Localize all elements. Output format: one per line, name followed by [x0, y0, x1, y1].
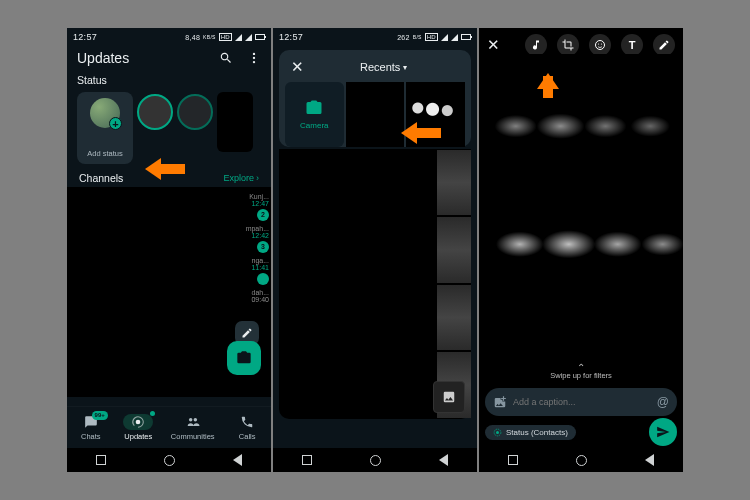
chevron-down-icon: ▾ [403, 63, 407, 72]
camera-icon [236, 350, 252, 366]
my-avatar: + [90, 98, 120, 128]
explore-link[interactable]: Explore› [223, 172, 259, 184]
audience-pill[interactable]: Status (Contacts) [485, 425, 576, 440]
signal-icon-2 [451, 34, 458, 41]
add-status-label: Add status [87, 149, 122, 158]
nav-back[interactable] [439, 454, 448, 466]
clock: 12:57 [279, 32, 303, 42]
android-nav [273, 448, 477, 472]
bottom-tabs: 99+ Chats Updates Communities Calls [67, 406, 271, 448]
close-button[interactable]: ✕ [291, 58, 304, 76]
signal-icon-2 [245, 34, 252, 41]
net-speed: 8,48 [185, 34, 200, 41]
nav-home[interactable] [164, 455, 175, 466]
media-tile[interactable] [437, 150, 471, 216]
mention-icon[interactable]: @ [657, 395, 669, 409]
search-icon[interactable] [219, 51, 233, 65]
pencil-icon [658, 39, 670, 51]
annotation-arrow [145, 158, 185, 180]
clock: 12:57 [73, 32, 97, 42]
camera-tile[interactable]: Camera [285, 82, 344, 147]
channels-heading: Channels [79, 172, 123, 184]
recents-dropdown[interactable]: Recents▾ [360, 61, 407, 73]
channel-item[interactable]: Kunj...12:472 [227, 193, 271, 221]
nav-recents[interactable] [96, 455, 106, 465]
badge: 99+ [92, 411, 108, 420]
image-icon [442, 390, 456, 404]
sticker-button[interactable] [589, 34, 611, 56]
text-button[interactable]: T [621, 34, 643, 56]
camera-fab[interactable] [227, 341, 261, 375]
chevron-right-icon: › [256, 173, 259, 183]
tab-communities[interactable]: Communities [171, 414, 215, 441]
phone-icon [240, 415, 254, 429]
nav-home[interactable] [576, 455, 587, 466]
status-icon [493, 428, 502, 437]
draw-button[interactable] [653, 34, 675, 56]
pencil-icon [241, 327, 253, 339]
signal-icon [235, 34, 242, 41]
screen-updates: 12:57 8,48 KB/S HD Updates Status + [67, 28, 271, 472]
signal-icon [441, 34, 448, 41]
android-nav [67, 448, 271, 472]
crop-rotate-button[interactable] [557, 34, 579, 56]
tab-updates[interactable]: Updates [123, 414, 153, 441]
svg-point-8 [601, 43, 602, 44]
svg-point-2 [253, 61, 255, 63]
nav-recents[interactable] [302, 455, 312, 465]
status-bar: 12:57 8,48 KB/S HD [67, 28, 271, 46]
nav-back[interactable] [233, 454, 242, 466]
camera-label: Camera [300, 121, 328, 130]
nav-back[interactable] [645, 454, 654, 466]
svg-point-0 [253, 53, 255, 55]
communities-icon [186, 415, 200, 429]
caption-row: @ [485, 388, 677, 416]
badge-dot [257, 273, 269, 285]
gallery-preview-button[interactable] [433, 381, 465, 413]
send-button[interactable] [649, 418, 677, 446]
nav-home[interactable] [370, 455, 381, 466]
svg-point-3 [136, 420, 141, 425]
volte-icon: HD [219, 33, 232, 41]
status-ring[interactable] [177, 94, 213, 130]
close-button[interactable]: ✕ [487, 36, 500, 54]
swipe-hint: Swipe up for filters [479, 362, 683, 380]
tab-calls[interactable]: Calls [232, 414, 262, 441]
channel-item[interactable]: mpah...12:423 [227, 225, 271, 253]
more-icon[interactable] [247, 51, 261, 65]
add-status-card[interactable]: + Add status [77, 92, 133, 164]
status-thumb[interactable] [217, 92, 253, 152]
media-tile[interactable] [437, 285, 471, 351]
svg-point-7 [598, 43, 599, 44]
annotation-arrow [401, 122, 441, 144]
status-section-heading: Status [67, 72, 271, 90]
add-media-icon[interactable] [493, 395, 507, 409]
svg-point-9 [496, 431, 499, 434]
send-icon [656, 425, 670, 439]
camera-icon [305, 99, 323, 117]
caption-input[interactable] [513, 397, 651, 407]
svg-point-6 [596, 41, 605, 50]
volte-icon: HD [425, 33, 438, 41]
battery-icon [255, 34, 265, 40]
image-preview[interactable] [479, 54, 683, 382]
media-grid-body [279, 149, 471, 419]
svg-point-4 [189, 418, 193, 422]
channel-item[interactable]: nga...11:41 [227, 257, 271, 285]
emoji-icon [594, 39, 606, 51]
media-tile[interactable] [437, 217, 471, 283]
music-button[interactable] [525, 34, 547, 56]
screen-editor: ✕ T Swipe up for filters @ Status (Conta… [479, 28, 683, 472]
android-nav [479, 448, 683, 472]
crop-icon [562, 39, 574, 51]
header: Updates [67, 46, 271, 72]
tab-chats[interactable]: 99+ Chats [76, 414, 106, 441]
svg-point-5 [193, 418, 197, 422]
channel-item[interactable]: dah...09:40 [227, 289, 271, 303]
badge-dot [150, 411, 155, 416]
status-ring[interactable] [137, 94, 173, 130]
media-tile[interactable] [346, 82, 405, 147]
battery-icon [461, 34, 471, 40]
nav-recents[interactable] [508, 455, 518, 465]
screen-picker: 12:57 262 B/S HD ✕ Recents▾ Camera [273, 28, 477, 472]
